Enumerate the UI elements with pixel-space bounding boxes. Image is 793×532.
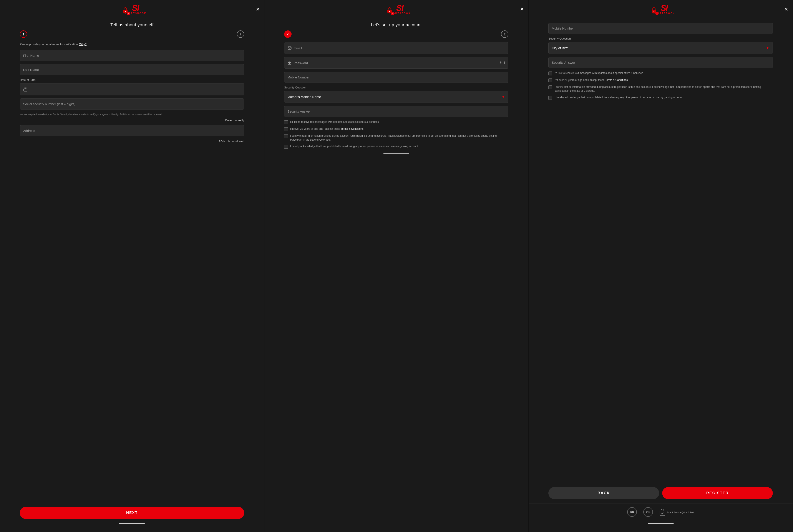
checkbox-row-3-4: I hereby acknowledge that I am prohibite… <box>548 95 773 100</box>
panel-3: ✓ SI SPORTSBOOK ✕ Security Question City… <box>528 0 793 532</box>
checkbox-row-2-3: I certify that all information provided … <box>284 134 508 142</box>
close-button-2[interactable]: ✕ <box>520 6 524 12</box>
first-name-field[interactable] <box>20 50 244 61</box>
email-input[interactable] <box>294 46 505 50</box>
checkbox-3-2[interactable] <box>548 78 552 82</box>
password-input[interactable] <box>293 61 497 65</box>
checkbox-3-1[interactable] <box>548 72 552 75</box>
checkbox-3-3[interactable] <box>548 86 552 89</box>
security-question-value-2: Mother's Maiden Name <box>287 95 321 99</box>
footer-badges: RG 21+ Safe & Secure Quick & Fast <box>528 504 793 521</box>
checkbox-2-2[interactable] <box>284 127 288 131</box>
panel-1: ✓ SI SPORTSBOOK ✕ Tell us about yourself… <box>0 0 265 532</box>
last-name-input[interactable] <box>23 68 241 72</box>
header-2: ✓ SI SPORTSBOOK ✕ <box>265 0 528 18</box>
checkbox-row-3-1: I'd like to receive text messages with u… <box>548 71 773 75</box>
close-button-1[interactable]: ✕ <box>256 6 259 12</box>
security-answer-field-3[interactable] <box>548 57 773 68</box>
checkbox-text-3-3: I certify that all information provided … <box>555 85 773 93</box>
logo-si-2: SI <box>396 4 403 12</box>
dob-field[interactable] <box>20 83 244 95</box>
last-name-field[interactable] <box>20 64 244 75</box>
mobile-input-2[interactable] <box>287 75 505 79</box>
bottom-indicator-3 <box>528 521 793 526</box>
badge-rg: RG <box>627 507 637 518</box>
checkbox-2-3[interactable] <box>284 134 288 138</box>
check-badge-1: ✓ <box>127 12 130 15</box>
page-title-1: Tell us about yourself <box>110 22 154 27</box>
logo-si-3: SI <box>661 4 668 12</box>
svg-point-1 <box>125 11 126 12</box>
checkbox-text-2-3: I certify that all information provided … <box>290 134 508 142</box>
svg-rect-10 <box>660 511 665 515</box>
step-line-2 <box>292 34 500 34</box>
checkbox-text-2-4: I hereby acknowledge that I am prohibite… <box>290 144 508 148</box>
info-icon[interactable]: ℹ <box>504 61 505 65</box>
checkbox-3-4[interactable] <box>548 96 552 100</box>
mobile-field-3[interactable] <box>548 23 773 34</box>
terms-link-3[interactable]: Terms & Conditions <box>605 78 628 81</box>
next-button[interactable]: NEXT <box>20 507 244 519</box>
ssn-help-text: We are required to collect your Social S… <box>20 113 244 116</box>
close-button-3[interactable]: ✕ <box>784 6 788 12</box>
checkbox-row-2-1: I'd like to receive text messages with u… <box>284 120 508 124</box>
mobile-field-2[interactable] <box>284 72 508 83</box>
progress-bar-2: ✓ 2 <box>284 31 508 38</box>
ssn-field[interactable] <box>20 98 244 110</box>
age-text: 21+ <box>646 511 651 514</box>
security-question-dropdown-3[interactable]: City of Birth ▼ <box>548 42 773 54</box>
security-answer-field-2[interactable] <box>284 106 508 117</box>
checkbox-text-3-2: I'm over 21 years of age and I accept th… <box>555 78 773 82</box>
security-question-value-3: City of Birth <box>552 46 568 50</box>
po-notice: PO box is not allowed <box>20 139 244 143</box>
lock-icon-1: ✓ <box>122 7 129 15</box>
svg-rect-5 <box>288 47 291 50</box>
badge-21: 21+ <box>643 507 653 518</box>
email-icon <box>287 46 292 50</box>
address-input[interactable] <box>23 129 241 133</box>
password-field[interactable]: 👁 ℹ <box>284 57 508 69</box>
button-row-3: BACK REGISTER <box>548 487 773 499</box>
email-field[interactable] <box>284 42 508 54</box>
chevron-down-icon-3: ▼ <box>766 46 770 50</box>
terms-link-2[interactable]: Terms & Conditions <box>341 127 364 130</box>
panel-2: ✓ SI SPORTSBOOK ✕ Let's set up your acco… <box>265 0 529 532</box>
register-button[interactable]: REGISTER <box>662 487 773 499</box>
back-button[interactable]: BACK <box>548 487 659 499</box>
security-answer-input-2[interactable] <box>287 110 505 113</box>
bottom-bar-2 <box>383 153 409 154</box>
rg-text: RG <box>630 511 634 513</box>
password-field-icons: 👁 ℹ <box>499 61 505 65</box>
chevron-down-icon-2: ▼ <box>501 95 505 99</box>
checkbox-2-4[interactable] <box>284 145 288 149</box>
bottom-indicator-2 <box>265 151 528 156</box>
step-line-1 <box>28 34 236 34</box>
security-question-dropdown-2[interactable]: Mother's Maiden Name ▼ <box>284 91 508 103</box>
cake-icon <box>23 87 28 92</box>
checkbox-row-2-2: I'm over 21 years of age and I accept th… <box>284 127 508 131</box>
password-icon <box>287 61 292 65</box>
step-1-circle: 1 <box>20 31 27 38</box>
lock-icon-3: ✓ <box>651 7 657 15</box>
dob-section: Date of Birth <box>20 78 244 95</box>
enter-manually-section: Enter manually <box>20 118 244 122</box>
security-question-label-3: Security Question <box>548 37 773 40</box>
ssn-input[interactable] <box>23 102 241 106</box>
checkbox-text-2-2: I'm over 21 years of age and I accept th… <box>290 127 508 131</box>
checkbox-2-1[interactable] <box>284 120 288 124</box>
checkbox-row-3-3: I certify that all information provided … <box>548 85 773 93</box>
first-name-input[interactable] <box>23 54 241 57</box>
address-field[interactable] <box>20 125 244 136</box>
security-answer-input-3[interactable] <box>552 61 769 64</box>
svg-point-7 <box>289 63 290 64</box>
enter-manually-link[interactable]: Enter manually <box>225 119 244 122</box>
bottom-bar-3 <box>647 523 674 524</box>
svg-point-4 <box>389 11 390 12</box>
checkbox-row-2-4: I hereby acknowledge that I am prohibite… <box>284 144 508 149</box>
bottom-bar-1 <box>119 523 145 524</box>
eye-icon[interactable]: 👁 <box>499 61 502 65</box>
mobile-input-3[interactable] <box>552 26 769 30</box>
checkbox-text-3-4: I hereby acknowledge that I am prohibite… <box>555 95 773 99</box>
badge-secure: Safe & Secure Quick & Fast <box>659 509 694 516</box>
why-link[interactable]: Why? <box>79 43 86 46</box>
